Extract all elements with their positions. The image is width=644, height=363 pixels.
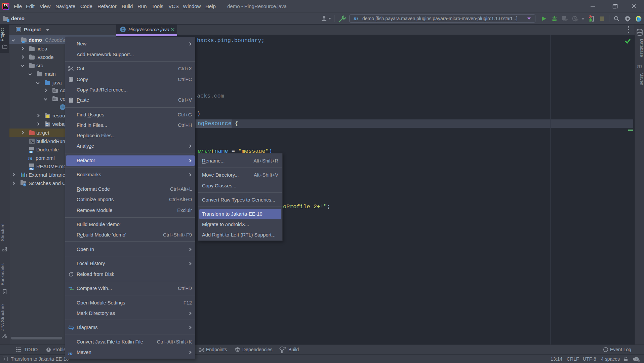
svg-text:?: ? (636, 357, 638, 361)
